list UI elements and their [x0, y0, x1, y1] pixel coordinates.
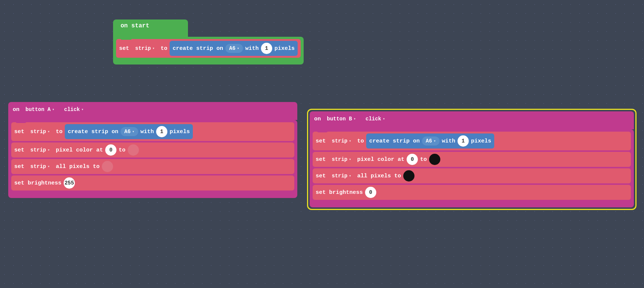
num-val[interactable]: 1 [261, 43, 272, 54]
block-a-strip-var[interactable]: strip ▾ [27, 127, 54, 136]
block-a: on button A ▾ click ▾ set strip ▾ to cre… [7, 100, 299, 200]
block-b-row4: set brightness 0 [313, 185, 631, 200]
button-b-pill[interactable]: button B ▾ [323, 114, 359, 123]
block-b-brightness[interactable]: 0 [365, 187, 376, 198]
create-strip-inner: create strip on A6 ▾ with 1 pixels [170, 41, 298, 56]
click-b-pill[interactable]: click ▾ [362, 114, 389, 123]
on-start-block: on start set strip ▾ to create strip on … [113, 20, 304, 64]
block-a-brightness[interactable]: 255 [64, 177, 75, 189]
block-b-pixel-index[interactable]: 0 [407, 154, 418, 165]
on-start-label: on start [121, 22, 149, 29]
button-a-pill[interactable]: button A ▾ [22, 105, 58, 114]
block-a-pixel-index[interactable]: 0 [105, 144, 116, 156]
block-a-row2: set strip ▾ pixel color at 0 to [11, 142, 294, 158]
block-b-color1[interactable] [429, 154, 440, 165]
block-a-strip-var2[interactable]: strip ▾ [27, 146, 54, 154]
set-label: set [119, 45, 129, 52]
block-a-num-val[interactable]: 1 [156, 126, 167, 137]
block-b-strip-var1[interactable]: strip ▾ [328, 136, 355, 146]
workspace: on start set strip ▾ to create strip on … [0, 0, 644, 288]
block-a-color2[interactable] [102, 161, 113, 172]
click-a-pill[interactable]: click ▾ [60, 105, 87, 114]
block-b-pin-pill[interactable]: A6 ▾ [422, 136, 440, 146]
on-start-hat: on start [113, 20, 188, 37]
block-b-color2[interactable] [403, 170, 414, 182]
block-a-row4: set brightness 255 [11, 176, 294, 190]
on-label-a: on [13, 106, 19, 113]
pin-pill[interactable]: A6 ▾ [225, 44, 243, 53]
block-b-strip-var3[interactable]: strip ▾ [328, 171, 355, 180]
on-label-b: on [314, 116, 321, 122]
block-b-num-val[interactable]: 1 [458, 135, 469, 147]
block-a-strip-var3[interactable]: strip ▾ [27, 162, 54, 171]
block-b: on button B ▾ click ▾ set strip ▾ to cre… [307, 109, 637, 210]
block-b-body: set strip ▾ to create strip on A6 ▾ with… [310, 129, 634, 207]
block-b-row3: set strip ▾ all pixels to [313, 168, 631, 183]
block-a-row1: set strip ▾ to create strip on A6 ▾ with… [11, 122, 294, 141]
on-start-body: set strip ▾ to create strip on A6 ▾ with… [113, 37, 304, 64]
block-a-body: set strip ▾ to create strip on A6 ▾ with… [8, 120, 297, 198]
block-a-pin-pill[interactable]: A6 ▾ [121, 127, 138, 136]
block-a-create-inner: create strip on A6 ▾ with 1 pixels [65, 124, 193, 139]
on-start-row1: set strip ▾ to create strip on A6 ▾ with… [116, 39, 301, 58]
block-a-hat: on button A ▾ click ▾ [8, 102, 297, 120]
block-b-row2: set strip ▾ pixel color at 0 to [313, 152, 631, 167]
block-b-create-inner: create strip on A6 ▾ with 1 pixels [366, 134, 494, 148]
to-label: to [161, 45, 167, 52]
strip-var-pill[interactable]: strip ▾ [131, 44, 158, 53]
block-b-strip-var2[interactable]: strip ▾ [328, 155, 355, 164]
block-a-row3: set strip ▾ all pixels to [11, 159, 294, 174]
block-a-color1[interactable] [128, 144, 139, 156]
block-b-hat: on button B ▾ click ▾ [310, 111, 634, 129]
block-b-row1: set strip ▾ to create strip on A6 ▾ with… [313, 132, 631, 150]
